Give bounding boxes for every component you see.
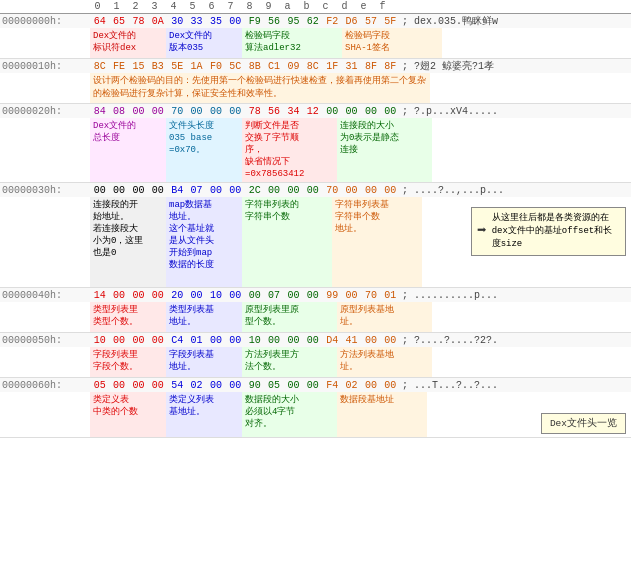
byte-1-c: 1F (323, 61, 342, 72)
annot-2-2: 判断文件是否交换了字节顺序，缺省情况下=0x78563412 (242, 118, 337, 182)
byte-5-d: 41 (342, 335, 361, 346)
byte-2-4: 70 (168, 106, 187, 117)
byte-0-e: 57 (361, 16, 380, 27)
byte-1-3: B3 (148, 61, 167, 72)
byte-4-d: 00 (342, 290, 361, 301)
hex-row-5: 00000050h: 10 00 00 00 C4 01 00 00 10 00… (0, 333, 631, 378)
annot-6-0: 类定义表中类的个数 (90, 392, 166, 437)
byte-5-7: 00 (226, 335, 245, 346)
col-7: 7 (221, 1, 240, 12)
annot-4: 类型列表里类型个数。 类型列表基地址。 原型列表里原型个数。 原型列表基地址。 (0, 302, 631, 332)
byte-2-f: 00 (381, 106, 400, 117)
byte-4-1: 00 (109, 290, 128, 301)
col-a: a (278, 1, 297, 12)
annot-6-2: 数据段的大小必须以4字节对齐。 (242, 392, 337, 437)
byte-columns: 0 1 2 3 4 5 6 7 8 9 a b c d e f (88, 1, 393, 12)
byte-5-8: 10 (245, 335, 264, 346)
col-6: 6 (202, 1, 221, 12)
annot-5: 字段列表里字段个数。 字段列表基地址。 方法列表里方法个数。 方法列表基地址。 (0, 347, 631, 377)
addr-5: 00000050h: (0, 335, 90, 346)
annot-2: Dex文件的总长度 文件头长度035 base=0x70。 判断文件是否交换了字… (0, 118, 631, 182)
hex-row-1: 00000010h: 8C FE 15 B3 5E 1A F0 5C 8B C1… (0, 59, 631, 104)
annot-spacer-4 (0, 302, 90, 332)
byte-3-2: 00 (129, 185, 148, 196)
byte-1-0: 8C (90, 61, 109, 72)
addr-6: 00000060h: (0, 380, 90, 391)
byte-5-0: 10 (90, 335, 109, 346)
byte-5-6: 00 (206, 335, 225, 346)
byte-2-9: 56 (264, 106, 283, 117)
byte-0-6: 35 (206, 16, 225, 27)
ascii-0: ; dex.035.鸭眯鲜w (400, 14, 498, 28)
byte-5-3: 00 (148, 335, 167, 346)
annot-spacer-2 (0, 118, 90, 182)
byte-6-b: 00 (303, 380, 322, 391)
addr-4: 00000040h: (0, 290, 90, 301)
col-1: 1 (107, 1, 126, 12)
col-b: b (297, 1, 316, 12)
byte-4-f: 01 (381, 290, 400, 301)
hex-data-2: 00000020h: 84 08 00 00 70 00 00 00 78 56… (0, 104, 631, 118)
hex-row-0: 00000000h: 64 65 78 0A 30 33 35 00 F9 56… (0, 14, 631, 59)
byte-0-7: 00 (226, 16, 245, 27)
annot-spacer-3 (0, 197, 90, 287)
annot-spacer-6 (0, 392, 90, 437)
annot-6-1: 类定义列表基地址。 (166, 392, 242, 437)
byte-5-f: 00 (381, 335, 400, 346)
hex-row-2: 00000020h: 84 08 00 00 70 00 00 00 78 56… (0, 104, 631, 183)
byte-2-8: 78 (245, 106, 264, 117)
col-4: 4 (164, 1, 183, 12)
byte-1-e: 8F (361, 61, 380, 72)
byte-5-a: 00 (284, 335, 303, 346)
byte-3-3: 00 (148, 185, 167, 196)
byte-2-6: 00 (206, 106, 225, 117)
annot-5-3: 方法列表基地址。 (337, 347, 432, 377)
col-3: 3 (145, 1, 164, 12)
ascii-2: ; ?.p...xV4..... (400, 106, 498, 117)
byte-6-c: F4 (323, 380, 342, 391)
annot-0-3: 检验码字段SHA-1签名 (342, 28, 442, 58)
addr-header (0, 1, 88, 12)
ascii-4: ; ..........p... (400, 290, 498, 301)
byte-6-8: 90 (245, 380, 264, 391)
annot-6: 类定义表中类的个数 类定义列表基地址。 数据段的大小必须以4字节对齐。 数据段基… (0, 392, 631, 437)
hex-data-3: 00000030h: 00 00 00 00 B4 07 00 00 2C 00… (0, 183, 631, 197)
byte-1-f: 8F (381, 61, 400, 72)
ascii-6: ; ...T...?..?... (400, 380, 498, 391)
byte-6-0: 05 (90, 380, 109, 391)
byte-5-4: C4 (168, 335, 187, 346)
byte-4-5: 00 (187, 290, 206, 301)
byte-0-5: 33 (187, 16, 206, 27)
annot-3-3: 字符串列表基字符串个数地址。 (332, 197, 422, 287)
byte-3-e: 00 (361, 185, 380, 196)
byte-4-3: 00 (148, 290, 167, 301)
byte-0-0: 64 (90, 16, 109, 27)
annot-3: 连接段的开始地址。若连接段大小为0，这里也是0 map数据基地址。这个基址就是从… (0, 197, 631, 287)
col-9: 9 (259, 1, 278, 12)
byte-4-b: 00 (303, 290, 322, 301)
byte-2-3: 00 (148, 106, 167, 117)
bytes-1: 8C FE 15 B3 5E 1A F0 5C 8B C1 09 8C 1F 3… (90, 61, 400, 72)
ascii-1: ; ?翅2 鲸婆亮?1孝 (400, 59, 494, 73)
byte-0-f: 5F (381, 16, 400, 27)
arrow-text: 从这里往后都是各类资源的在dex文件中的基址offset和长度size (492, 212, 620, 251)
col-5: 5 (183, 1, 202, 12)
byte-1-6: F0 (206, 61, 225, 72)
byte-3-f: 00 (381, 185, 400, 196)
byte-5-5: 01 (187, 335, 206, 346)
byte-0-3: 0A (148, 16, 167, 27)
col-d: d (335, 1, 354, 12)
col-0: 0 (88, 1, 107, 12)
byte-6-5: 02 (187, 380, 206, 391)
annot-2-3: 连接段的大小为0表示是静态连接 (337, 118, 432, 182)
byte-3-a: 00 (284, 185, 303, 196)
byte-4-9: 07 (264, 290, 283, 301)
byte-6-2: 00 (129, 380, 148, 391)
annot-3-2: 字符串列表的字符串个数 (242, 197, 332, 287)
annot-5-0: 字段列表里字段个数。 (90, 347, 166, 377)
hex-row-4: 00000040h: 14 00 00 00 20 00 10 00 00 07… (0, 288, 631, 333)
byte-1-9: C1 (264, 61, 283, 72)
col-2: 2 (126, 1, 145, 12)
byte-0-1: 65 (109, 16, 128, 27)
byte-2-a: 34 (284, 106, 303, 117)
